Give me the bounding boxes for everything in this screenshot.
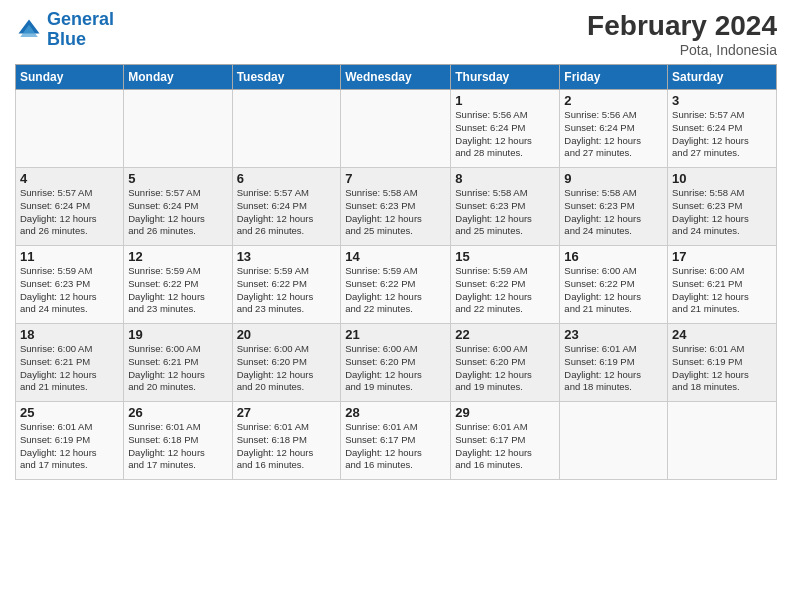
calendar-cell: 13Sunrise: 5:59 AMSunset: 6:22 PMDayligh… (232, 246, 341, 324)
logo-line1: General (47, 9, 114, 29)
day-info: Sunrise: 5:58 AMSunset: 6:23 PMDaylight:… (345, 187, 446, 238)
calendar-cell (232, 90, 341, 168)
calendar-cell (560, 402, 668, 480)
day-number: 24 (672, 327, 772, 342)
day-info: Sunrise: 5:56 AMSunset: 6:24 PMDaylight:… (564, 109, 663, 160)
calendar-cell: 21Sunrise: 6:00 AMSunset: 6:20 PMDayligh… (341, 324, 451, 402)
calendar-cell: 7Sunrise: 5:58 AMSunset: 6:23 PMDaylight… (341, 168, 451, 246)
day-number: 17 (672, 249, 772, 264)
day-info: Sunrise: 5:58 AMSunset: 6:23 PMDaylight:… (564, 187, 663, 238)
calendar-cell: 19Sunrise: 6:00 AMSunset: 6:21 PMDayligh… (124, 324, 232, 402)
day-number: 12 (128, 249, 227, 264)
day-number: 4 (20, 171, 119, 186)
day-number: 9 (564, 171, 663, 186)
day-info: Sunrise: 5:57 AMSunset: 6:24 PMDaylight:… (128, 187, 227, 238)
day-info: Sunrise: 5:59 AMSunset: 6:23 PMDaylight:… (20, 265, 119, 316)
header: General Blue February 2024 Pota, Indones… (15, 10, 777, 58)
calendar-week-3: 11Sunrise: 5:59 AMSunset: 6:23 PMDayligh… (16, 246, 777, 324)
calendar-cell: 29Sunrise: 6:01 AMSunset: 6:17 PMDayligh… (451, 402, 560, 480)
day-info: Sunrise: 5:59 AMSunset: 6:22 PMDaylight:… (237, 265, 337, 316)
day-info: Sunrise: 6:00 AMSunset: 6:20 PMDaylight:… (455, 343, 555, 394)
logo-text: General Blue (47, 10, 114, 50)
calendar-table: SundayMondayTuesdayWednesdayThursdayFrid… (15, 64, 777, 480)
day-number: 23 (564, 327, 663, 342)
header-cell-monday: Monday (124, 65, 232, 90)
calendar-cell (668, 402, 777, 480)
calendar-cell: 27Sunrise: 6:01 AMSunset: 6:18 PMDayligh… (232, 402, 341, 480)
calendar-cell: 11Sunrise: 5:59 AMSunset: 6:23 PMDayligh… (16, 246, 124, 324)
calendar-cell: 15Sunrise: 5:59 AMSunset: 6:22 PMDayligh… (451, 246, 560, 324)
calendar-cell: 9Sunrise: 5:58 AMSunset: 6:23 PMDaylight… (560, 168, 668, 246)
calendar-cell: 18Sunrise: 6:00 AMSunset: 6:21 PMDayligh… (16, 324, 124, 402)
calendar-cell: 17Sunrise: 6:00 AMSunset: 6:21 PMDayligh… (668, 246, 777, 324)
day-number: 20 (237, 327, 337, 342)
calendar-week-4: 18Sunrise: 6:00 AMSunset: 6:21 PMDayligh… (16, 324, 777, 402)
calendar-body: 1Sunrise: 5:56 AMSunset: 6:24 PMDaylight… (16, 90, 777, 480)
day-number: 6 (237, 171, 337, 186)
day-info: Sunrise: 5:57 AMSunset: 6:24 PMDaylight:… (672, 109, 772, 160)
calendar-cell: 10Sunrise: 5:58 AMSunset: 6:23 PMDayligh… (668, 168, 777, 246)
day-number: 22 (455, 327, 555, 342)
logo-line2: Blue (47, 29, 86, 49)
day-number: 5 (128, 171, 227, 186)
calendar-cell: 28Sunrise: 6:01 AMSunset: 6:17 PMDayligh… (341, 402, 451, 480)
day-number: 19 (128, 327, 227, 342)
calendar-cell: 25Sunrise: 6:01 AMSunset: 6:19 PMDayligh… (16, 402, 124, 480)
day-info: Sunrise: 5:58 AMSunset: 6:23 PMDaylight:… (455, 187, 555, 238)
calendar-cell (16, 90, 124, 168)
day-info: Sunrise: 5:58 AMSunset: 6:23 PMDaylight:… (672, 187, 772, 238)
page: General Blue February 2024 Pota, Indones… (0, 0, 792, 612)
day-number: 21 (345, 327, 446, 342)
calendar-cell (124, 90, 232, 168)
day-info: Sunrise: 5:57 AMSunset: 6:24 PMDaylight:… (237, 187, 337, 238)
calendar-header: SundayMondayTuesdayWednesdayThursdayFrid… (16, 65, 777, 90)
calendar-cell: 4Sunrise: 5:57 AMSunset: 6:24 PMDaylight… (16, 168, 124, 246)
calendar-cell: 2Sunrise: 5:56 AMSunset: 6:24 PMDaylight… (560, 90, 668, 168)
day-number: 28 (345, 405, 446, 420)
calendar-cell: 1Sunrise: 5:56 AMSunset: 6:24 PMDaylight… (451, 90, 560, 168)
day-info: Sunrise: 6:00 AMSunset: 6:22 PMDaylight:… (564, 265, 663, 316)
calendar-cell: 8Sunrise: 5:58 AMSunset: 6:23 PMDaylight… (451, 168, 560, 246)
header-row: SundayMondayTuesdayWednesdayThursdayFrid… (16, 65, 777, 90)
header-cell-wednesday: Wednesday (341, 65, 451, 90)
calendar-cell: 20Sunrise: 6:00 AMSunset: 6:20 PMDayligh… (232, 324, 341, 402)
day-info: Sunrise: 6:01 AMSunset: 6:19 PMDaylight:… (672, 343, 772, 394)
calendar-cell: 22Sunrise: 6:00 AMSunset: 6:20 PMDayligh… (451, 324, 560, 402)
calendar-week-1: 1Sunrise: 5:56 AMSunset: 6:24 PMDaylight… (16, 90, 777, 168)
subtitle: Pota, Indonesia (587, 42, 777, 58)
day-info: Sunrise: 5:59 AMSunset: 6:22 PMDaylight:… (455, 265, 555, 316)
header-cell-saturday: Saturday (668, 65, 777, 90)
calendar-cell: 5Sunrise: 5:57 AMSunset: 6:24 PMDaylight… (124, 168, 232, 246)
day-number: 11 (20, 249, 119, 264)
day-number: 26 (128, 405, 227, 420)
day-number: 1 (455, 93, 555, 108)
calendar-cell: 23Sunrise: 6:01 AMSunset: 6:19 PMDayligh… (560, 324, 668, 402)
day-info: Sunrise: 5:59 AMSunset: 6:22 PMDaylight:… (128, 265, 227, 316)
day-number: 29 (455, 405, 555, 420)
day-number: 25 (20, 405, 119, 420)
day-number: 15 (455, 249, 555, 264)
day-number: 14 (345, 249, 446, 264)
header-cell-friday: Friday (560, 65, 668, 90)
day-number: 3 (672, 93, 772, 108)
day-info: Sunrise: 6:00 AMSunset: 6:21 PMDaylight:… (128, 343, 227, 394)
calendar-cell: 3Sunrise: 5:57 AMSunset: 6:24 PMDaylight… (668, 90, 777, 168)
day-info: Sunrise: 5:56 AMSunset: 6:24 PMDaylight:… (455, 109, 555, 160)
calendar-cell (341, 90, 451, 168)
calendar-cell: 12Sunrise: 5:59 AMSunset: 6:22 PMDayligh… (124, 246, 232, 324)
calendar-week-2: 4Sunrise: 5:57 AMSunset: 6:24 PMDaylight… (16, 168, 777, 246)
day-info: Sunrise: 6:01 AMSunset: 6:18 PMDaylight:… (237, 421, 337, 472)
day-info: Sunrise: 6:00 AMSunset: 6:20 PMDaylight:… (237, 343, 337, 394)
day-info: Sunrise: 5:59 AMSunset: 6:22 PMDaylight:… (345, 265, 446, 316)
day-info: Sunrise: 6:01 AMSunset: 6:19 PMDaylight:… (20, 421, 119, 472)
day-info: Sunrise: 5:57 AMSunset: 6:24 PMDaylight:… (20, 187, 119, 238)
main-title: February 2024 (587, 10, 777, 42)
header-cell-sunday: Sunday (16, 65, 124, 90)
day-number: 10 (672, 171, 772, 186)
calendar-cell: 26Sunrise: 6:01 AMSunset: 6:18 PMDayligh… (124, 402, 232, 480)
day-info: Sunrise: 6:01 AMSunset: 6:19 PMDaylight:… (564, 343, 663, 394)
day-number: 2 (564, 93, 663, 108)
day-number: 18 (20, 327, 119, 342)
calendar-cell: 6Sunrise: 5:57 AMSunset: 6:24 PMDaylight… (232, 168, 341, 246)
calendar-cell: 14Sunrise: 5:59 AMSunset: 6:22 PMDayligh… (341, 246, 451, 324)
